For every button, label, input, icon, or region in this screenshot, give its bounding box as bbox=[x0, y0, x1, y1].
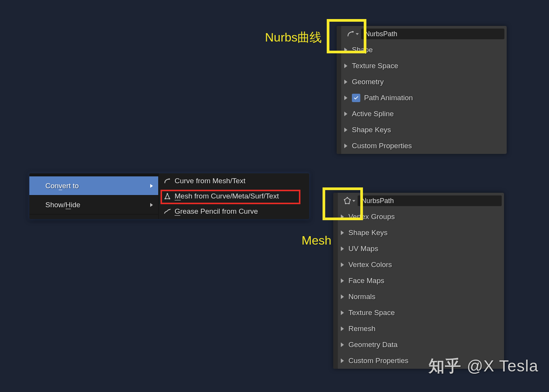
curve-icon bbox=[163, 177, 172, 185]
panel-row-geometry-data[interactable]: Geometry Data bbox=[333, 337, 504, 353]
menu-bottom-strip bbox=[29, 214, 158, 219]
disclosure-icon bbox=[344, 144, 347, 148]
disclosure-icon bbox=[344, 112, 347, 116]
panel-row-label: UV Maps bbox=[348, 245, 378, 253]
panel-row-label: Remesh bbox=[348, 325, 376, 333]
watermark-site: 知乎 bbox=[429, 355, 461, 377]
menu-item-curve-from-mesh[interactable]: Curve from Mesh/Text bbox=[159, 173, 309, 189]
watermark-user: @X Tesla bbox=[467, 357, 538, 375]
panel-row-normals[interactable]: Normals bbox=[333, 289, 504, 305]
panel-row-vertex-colors[interactable]: Vertex Colors bbox=[333, 257, 504, 273]
menu-column-left: Convert to Show/Hide bbox=[29, 173, 159, 219]
disclosure-icon bbox=[341, 310, 344, 315]
panel-row-label: Face Maps bbox=[348, 277, 384, 285]
menu-item-label: Convert to bbox=[45, 182, 79, 190]
panel-row-remesh[interactable]: Remesh bbox=[333, 321, 504, 337]
highlight-box-curve-icon bbox=[327, 19, 366, 53]
svg-point-7 bbox=[167, 193, 168, 194]
submenu-arrow-icon bbox=[150, 184, 153, 188]
disclosure-icon bbox=[341, 246, 344, 251]
panel-row-label: Texture Space bbox=[348, 309, 395, 317]
menu-top-strip bbox=[29, 173, 158, 176]
svg-point-9 bbox=[169, 198, 170, 199]
disclosure-icon bbox=[341, 278, 344, 283]
checkbox-checked-icon[interactable] bbox=[352, 94, 360, 102]
panel-row-uv-maps[interactable]: UV Maps bbox=[333, 241, 504, 257]
disclosure-icon bbox=[341, 230, 344, 235]
panel-row-label: Custom Properties bbox=[352, 142, 412, 150]
panel-row-geometry[interactable]: Geometry bbox=[337, 74, 507, 90]
panel-row-texture-space[interactable]: Texture Space bbox=[337, 58, 507, 74]
panel-row-label: Geometry Data bbox=[348, 341, 398, 349]
disclosure-icon bbox=[341, 326, 344, 331]
disclosure-icon bbox=[344, 128, 347, 132]
menu-item-label: Mesh from Curve/Meta/Surf/Text bbox=[175, 192, 279, 200]
disclosure-icon bbox=[341, 262, 344, 267]
disclosure-icon bbox=[344, 80, 347, 84]
menu-item-grease-pencil-from-curve[interactable]: Grease Pencil from Curve bbox=[159, 204, 309, 219]
disclosure-icon bbox=[344, 96, 347, 100]
panel-row-active-spline[interactable]: Active Spline bbox=[337, 106, 507, 122]
disclosure-icon bbox=[341, 294, 344, 299]
panel-row-label: Normals bbox=[348, 293, 376, 301]
disclosure-icon bbox=[344, 64, 347, 68]
menu-item-show-hide[interactable]: Show/Hide bbox=[29, 195, 158, 214]
svg-point-8 bbox=[165, 198, 166, 199]
grease-pencil-icon bbox=[163, 207, 172, 216]
panel-row-label: Shape Keys bbox=[348, 229, 387, 237]
panel-row-label: Texture Space bbox=[352, 62, 398, 70]
panel-row-shape-keys[interactable]: Shape Keys bbox=[333, 225, 504, 241]
menu-item-convert-to[interactable]: Convert to bbox=[29, 176, 158, 195]
menu-column-right: Curve from Mesh/Text Mesh from Curve/Met… bbox=[159, 173, 309, 219]
panel-row-shape-keys[interactable]: Shape Keys bbox=[337, 122, 507, 138]
menu-item-label: Grease Pencil from Curve bbox=[175, 207, 258, 216]
svg-point-6 bbox=[169, 178, 170, 180]
panel-row-label: Geometry bbox=[352, 78, 384, 86]
panel-row-label: Active Spline bbox=[352, 110, 394, 118]
panel-row-label: Vertex Colors bbox=[348, 261, 392, 269]
disclosure-icon bbox=[341, 358, 344, 363]
object-name-field[interactable]: NurbsPath bbox=[361, 29, 504, 39]
object-name-field[interactable]: NurbsPath bbox=[358, 195, 502, 206]
panel-row-label: Path Animation bbox=[364, 94, 413, 102]
menu-item-mesh-from-curve[interactable]: Mesh from Curve/Meta/Surf/Text bbox=[159, 189, 309, 204]
annotation-nurbs-label: Nurbs曲线 bbox=[265, 29, 322, 46]
context-menu: Convert to Show/Hide Curve from Mesh/Tex… bbox=[29, 173, 309, 219]
panel-row-label: Custom Properties bbox=[348, 357, 408, 365]
watermark: 知乎 @X Tesla bbox=[429, 355, 538, 377]
menu-item-label: Show/Hide bbox=[45, 201, 80, 209]
panel-row-path-animation[interactable]: Path Animation bbox=[337, 90, 507, 106]
mesh-icon bbox=[163, 192, 172, 200]
highlight-box-mesh-icon bbox=[323, 187, 363, 220]
panel-row-texture-space[interactable]: Texture Space bbox=[333, 305, 504, 321]
annotation-mesh-label: Mesh bbox=[302, 234, 331, 248]
menu-item-label: Curve from Mesh/Text bbox=[175, 177, 246, 185]
disclosure-icon bbox=[341, 342, 344, 347]
submenu-arrow-icon bbox=[150, 203, 153, 207]
panel-row-label: Shape Keys bbox=[352, 126, 391, 134]
panel-row-face-maps[interactable]: Face Maps bbox=[333, 273, 504, 289]
panel-row-custom-properties[interactable]: Custom Properties bbox=[337, 138, 507, 154]
